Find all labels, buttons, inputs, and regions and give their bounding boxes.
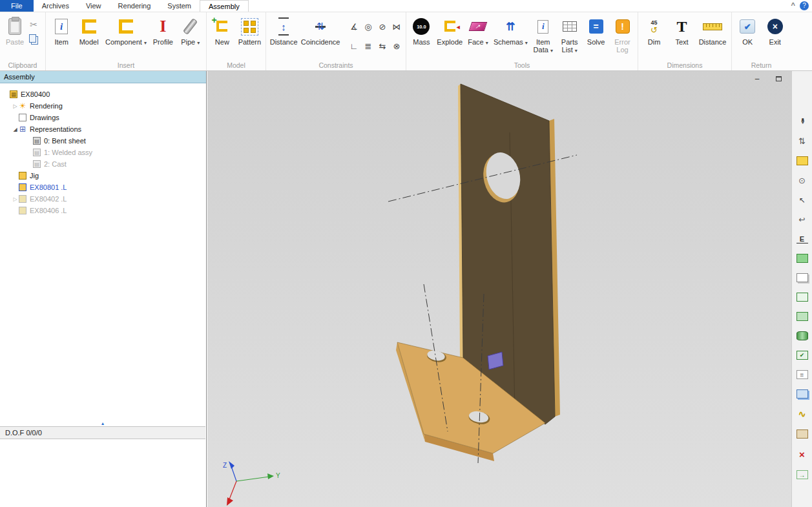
import-green-icon[interactable]: → — [796, 470, 808, 479]
tree-item-ex80402[interactable]: ▷ EX80402 .L — [0, 193, 205, 205]
minimize-button[interactable]: – — [749, 73, 765, 84]
group-caption-constraints: Constraints — [266, 61, 406, 69]
3d-viewport[interactable]: Z Y — [207, 71, 791, 507]
text-button[interactable]: T Text — [669, 14, 695, 47]
flip-vertical-icon[interactable]: ⇅ — [796, 136, 808, 146]
parts-list-button[interactable]: PartsList ▾ — [557, 14, 583, 56]
tab-assembly[interactable]: Assembly — [200, 0, 249, 12]
model-button[interactable]: Model — [76, 14, 102, 47]
tree-expand-arrow[interactable]: ◢ — [12, 127, 19, 132]
solve-button[interactable]: = Solve — [583, 14, 609, 47]
green-doc-icon[interactable] — [796, 293, 808, 302]
maximize-button[interactable] — [771, 73, 786, 84]
face-button[interactable]: ↗ Face ▾ — [465, 14, 491, 48]
green-check-icon[interactable]: ✔ — [796, 351, 808, 360]
tree-item-label: 0: Bent sheet — [44, 137, 86, 145]
schemas-button[interactable]: ⇈ Schemas ▾ — [492, 14, 530, 48]
tree-item-rep-welded-assy[interactable]: ▤ 1: Welded assy — [0, 147, 205, 158]
application-window: FileArchivesViewRenderingSystemAssembly … — [0, 0, 812, 507]
tree-item-jig[interactable]: Jig — [0, 170, 205, 181]
tab-view[interactable]: View — [78, 0, 110, 12]
drawings-page-icon — [19, 114, 26, 121]
opposite-constraint-icon[interactable]: ⇆ — [379, 41, 386, 51]
tree-item-rendering[interactable]: ▷ ☀ Rendering — [0, 100, 205, 112]
mass-button[interactable]: 10.0 Mass — [408, 14, 434, 47]
pattern-icon — [242, 19, 258, 35]
tree-item-ex80400[interactable]: ▦ EX80400 — [0, 88, 205, 100]
pin-icon[interactable]: ✒ — [797, 116, 807, 127]
ruler-icon[interactable] — [796, 156, 808, 165]
item-data-icon: i — [537, 20, 548, 34]
angle-constraint-icon[interactable]: ∡ — [350, 22, 358, 32]
exit-button[interactable]: × Exit — [762, 14, 788, 47]
representation-state-icon: ▤ — [33, 160, 41, 168]
tab-system[interactable]: System — [159, 0, 200, 12]
tree-item-rep-cast[interactable]: ▤ 2: Cast — [0, 158, 205, 170]
tree-item-label: EX80406 .L — [30, 207, 67, 214]
item-button[interactable]: i Item — [48, 14, 74, 47]
tree-item-ex80801[interactable]: EX80801 .L — [0, 181, 205, 193]
delete-red-icon[interactable]: × — [796, 449, 808, 460]
part-icon — [19, 183, 26, 191]
item-data-button[interactable]: i ItemData ▾ — [530, 14, 556, 56]
magnet-icon[interactable]: ⊙ — [796, 176, 808, 185]
new-button[interactable]: + New — [209, 14, 235, 47]
dropdown-arrow-icon: ▾ — [486, 40, 488, 46]
green-doc2-icon[interactable] — [796, 312, 808, 321]
explode-button[interactable]: ◄ Explode — [435, 14, 464, 47]
blue-copy-icon[interactable] — [796, 389, 808, 398]
dim-button[interactable]: 45↺ Dim — [641, 14, 667, 47]
ribbon-group-constraints: ↕ Distance ⇅ Coincidence ∡◎⊘⋈∟≣⇆⊗ Constr… — [266, 12, 406, 70]
paste-button[interactable]: Paste — [2, 14, 28, 47]
ribbon-group-clipboard: Paste ✂ Clipboard — [0, 12, 46, 70]
bracket-part[interactable] — [396, 84, 560, 461]
hook-icon[interactable]: ↩ — [796, 215, 808, 224]
mass-icon: 10.0 — [413, 18, 430, 35]
tree-item-representations[interactable]: ◢ ⊞ Representations — [0, 123, 205, 135]
green-part-icon[interactable] — [796, 331, 808, 340]
profile-button[interactable]: I Profile — [150, 14, 176, 47]
coincidence-button[interactable]: ⇅ Coincidence — [299, 14, 342, 47]
splitter-collapse-icon[interactable]: ▴ — [101, 421, 104, 426]
equal-constraint-icon[interactable]: ≣ — [365, 41, 372, 51]
dropdown-arrow-icon: ▾ — [197, 40, 200, 46]
help-icon[interactable]: ? — [800, 1, 809, 10]
spline-icon[interactable]: ∿ — [796, 409, 808, 419]
dropdown-arrow-icon: ▾ — [525, 40, 528, 46]
cut-icon[interactable]: ✂ — [28, 19, 39, 30]
tree-expand-arrow[interactable]: ▷ — [12, 103, 19, 109]
drawer-icon[interactable] — [796, 429, 808, 439]
symmetry-constraint-icon[interactable]: ⋈ — [393, 22, 401, 32]
tree-item-rep-bent-sheet[interactable]: ▤ 0: Bent sheet — [0, 135, 205, 147]
maximize-icon — [776, 76, 782, 81]
perpendicular-constraint-icon[interactable]: ∟ — [350, 41, 359, 51]
schemas-icon: ⇈ — [506, 20, 515, 34]
select-arrow-icon[interactable]: ↖ — [796, 196, 808, 205]
tree-item-ex80406[interactable]: EX80406 .L — [0, 205, 205, 216]
tree-item-drawings[interactable]: Drawings — [0, 112, 205, 123]
tab-file[interactable]: File — [0, 0, 34, 12]
concentric-constraint-icon[interactable]: ◎ — [364, 22, 371, 32]
error-log-button[interactable]: ! ErrorLog — [610, 14, 636, 54]
list-icon[interactable]: ≡ — [796, 370, 808, 379]
green-face-icon[interactable] — [796, 254, 808, 263]
tree-expand-arrow[interactable]: ▷ — [12, 196, 19, 202]
assembly-doc-icon: ▦ — [10, 90, 17, 98]
fix-constraint-icon[interactable]: ⊗ — [393, 41, 401, 51]
collapse-ribbon-icon[interactable]: ^ — [791, 1, 795, 9]
3d-scene[interactable]: Z Y — [207, 71, 791, 507]
pipe-button[interactable]: Pipe ▾ — [178, 14, 203, 48]
copy-view-icon[interactable] — [796, 273, 808, 282]
pattern-button[interactable]: Pattern — [236, 14, 263, 47]
copy-button[interactable] — [28, 34, 39, 45]
edge-export-icon[interactable]: E — [796, 234, 808, 243]
error-log-icon: ! — [616, 19, 630, 34]
tab-archives[interactable]: Archives — [34, 0, 78, 12]
tab-rendering[interactable]: Rendering — [110, 0, 160, 12]
distance-dim-button[interactable]: Distance — [697, 14, 729, 47]
component-button[interactable]: Component ▾ — [103, 14, 149, 48]
tangent-constraint-icon[interactable]: ⊘ — [379, 22, 386, 32]
distance-constraint-button[interactable]: ↕ Distance — [268, 14, 299, 47]
ok-button[interactable]: ✔ OK — [734, 14, 760, 47]
distance-constraint-icon: ↕ — [278, 17, 289, 36]
